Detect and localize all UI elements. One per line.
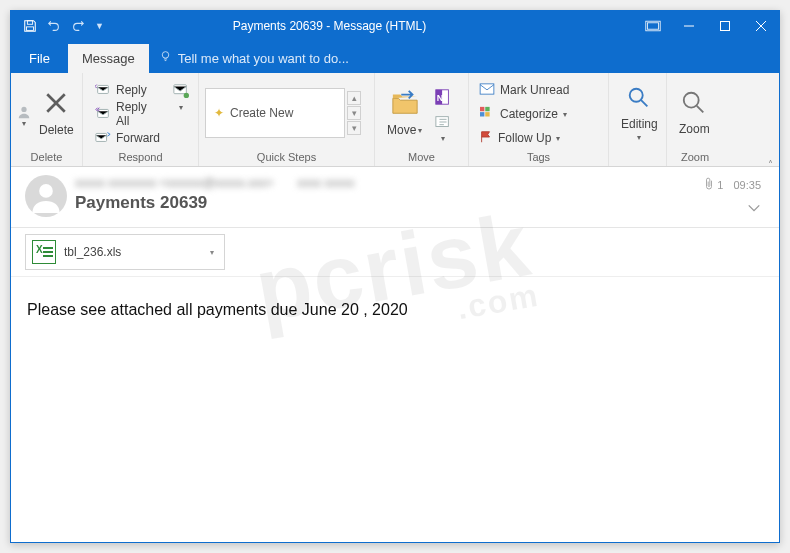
message-body: Please see attached all payments due Jun… [11,277,779,343]
svg-rect-1 [27,27,34,31]
svg-point-16 [184,93,189,98]
qat-overflow-icon[interactable]: ▼ [95,21,104,31]
attachment-count: 1 [717,179,723,191]
delete-label: Delete [39,123,74,137]
actions-dropdown-icon[interactable]: ▾ [434,114,452,143]
sender-line: xxxxx xxxxxxxx <xxxxxx@xxxxx.xxx> xxxx x… [75,175,761,191]
save-icon[interactable] [23,19,37,33]
categorize-icon [479,106,495,123]
message-subject: Payments 20639 [75,193,761,213]
body-text: Please see attached all payments due Jun… [27,301,408,318]
message-header: xxxxx xxxxxxxx <xxxxxx@xxxxx.xxx> xxxx x… [11,167,779,228]
svg-rect-22 [480,106,484,110]
reply-all-button[interactable]: Reply All [91,103,164,125]
delete-button[interactable]: Delete [35,87,78,139]
group-label-delete: Delete [11,149,82,166]
tell-me-search[interactable]: Tell me what you want to do... [149,50,359,73]
redo-icon[interactable] [71,19,85,33]
mark-unread-button[interactable]: Mark Unread [475,79,573,101]
quickstep-down-button[interactable]: ▾ [347,106,361,120]
minimize-button[interactable] [671,11,707,41]
move-button[interactable]: Move▾ [381,87,428,139]
forward-icon [95,130,111,147]
group-label-tags: Tags [469,149,608,166]
group-label-move: Move [375,149,468,166]
svg-line-29 [697,106,704,113]
svg-rect-21 [480,83,494,93]
find-icon [626,85,652,115]
tab-file[interactable]: File [11,44,68,73]
follow-up-button[interactable]: Follow Up ▾ [475,127,573,149]
popout-icon[interactable] [635,11,671,41]
onenote-icon[interactable]: N [434,88,452,110]
reply-all-icon [95,106,111,123]
window-title: Payments 20639 - Message (HTML) [104,19,635,33]
attachment-chip[interactable]: tbl_236.xls ▾ [25,234,225,270]
attachment-indicator: 1 [704,177,723,193]
junk-dropdown-icon[interactable]: ▾ [17,99,31,128]
sparkle-icon: ✦ [214,106,224,120]
respond-more-button[interactable]: ▾ [170,79,192,116]
svg-text:N: N [437,92,444,102]
close-button[interactable] [743,11,779,41]
svg-rect-5 [721,22,730,31]
delete-icon [42,89,70,121]
svg-point-9 [21,106,26,111]
attachment-filename: tbl_236.xls [64,245,198,259]
attachment-row: tbl_236.xls ▾ [11,228,779,277]
paperclip-icon [704,177,714,193]
zoom-button[interactable]: Zoom [673,88,716,138]
tab-message[interactable]: Message [68,44,149,73]
svg-rect-24 [480,112,484,116]
quickstep-more-button[interactable]: ▾ [347,121,361,135]
group-label-zoom: Zoom [667,149,723,166]
title-bar: ▼ Payments 20639 - Message (HTML) [11,11,779,41]
lightbulb-icon [159,50,172,66]
group-label-respond: Respond [83,149,198,166]
sender-avatar [25,175,67,217]
envelope-icon [479,83,495,98]
window-controls [671,11,779,41]
forward-button[interactable]: Forward [91,127,164,149]
svg-point-26 [630,88,643,101]
reply-button[interactable]: Reply [91,79,164,101]
svg-point-8 [162,52,169,59]
quickstep-up-button[interactable]: ▴ [347,91,361,105]
svg-rect-3 [647,23,658,29]
maximize-button[interactable] [707,11,743,41]
recipient-line: xxxx xxxxx [297,176,354,190]
message-time: 09:35 [733,179,761,191]
header-actions-caret[interactable] [747,199,761,217]
ribbon-tabs: File Message Tell me what you want to do… [11,41,779,73]
quickstep-create-new[interactable]: ✦ Create New [205,88,345,138]
tell-me-text: Tell me what you want to do... [178,51,349,66]
editing-button[interactable]: Editing ▾ [615,83,664,144]
zoom-icon [681,90,707,120]
undo-icon[interactable] [47,19,61,33]
svg-rect-23 [485,106,489,110]
quick-access-toolbar: ▼ [11,19,104,33]
group-label-quicksteps: Quick Steps [199,149,374,166]
svg-point-30 [39,184,53,198]
attachment-dropdown-icon[interactable]: ▾ [206,248,218,257]
group-label-editing [609,149,666,166]
sender-address: xxxxx xxxxxxxx <xxxxxx@xxxxx.xxx> [75,176,273,190]
svg-line-27 [641,99,648,106]
categorize-button[interactable]: Categorize ▾ [475,103,573,125]
ribbon: ▾ Delete Delete Reply [11,73,779,167]
svg-point-28 [684,93,699,108]
move-folder-icon [390,89,420,121]
excel-file-icon [32,240,56,264]
svg-rect-25 [485,112,489,116]
flag-icon [479,130,493,147]
reply-icon [95,82,111,99]
